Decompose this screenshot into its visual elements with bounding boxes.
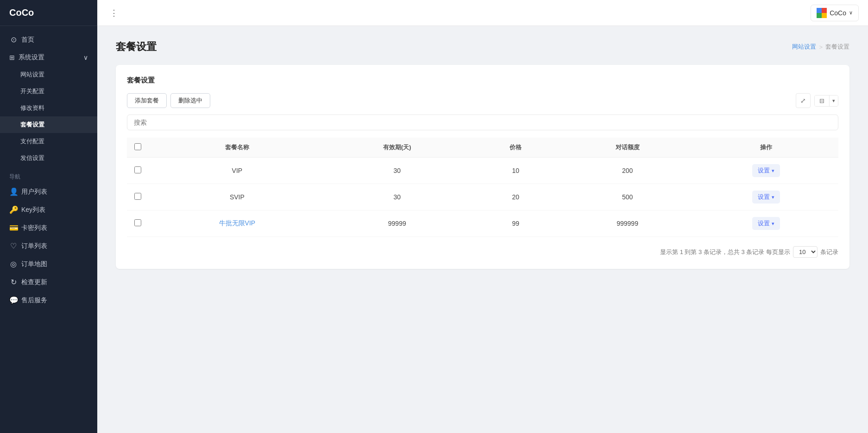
breadcrumb-parent[interactable]: 网站设置 (792, 43, 816, 51)
row-checkbox[interactable] (134, 193, 141, 200)
page-content: 套餐设置 网站设置 > 套餐设置 套餐设置 添加套餐 删除选中 ⤢ (97, 26, 868, 433)
per-page-select[interactable]: 10 20 50 (793, 246, 818, 258)
row-quota: 200 (561, 158, 693, 184)
settings-dropdown-icon: ▾ (772, 221, 774, 227)
home-icon: ⊙ (9, 35, 18, 44)
chevron-down-icon: ∨ (83, 54, 88, 61)
col-days: 有效期(天) (324, 138, 470, 158)
search-bar (127, 115, 838, 130)
settings-button[interactable]: 设置 ▾ (752, 191, 780, 204)
sidebar-item-order-map[interactable]: ◎ 订单地图 (0, 255, 97, 273)
settings-button[interactable]: 设置 ▾ (752, 217, 780, 230)
sidebar-item-profile[interactable]: 修改资料 (0, 100, 97, 116)
row-name-link[interactable]: 牛批无限VIP (219, 219, 256, 227)
system-label: 系统设置 (19, 53, 44, 62)
row-action: 设置 ▾ (693, 158, 838, 184)
expand-icon: ⤢ (800, 97, 806, 104)
cards-label: 卡密列表 (21, 224, 47, 232)
username-label: CoCo (830, 9, 846, 17)
row-checkbox[interactable] (134, 166, 141, 173)
breadcrumb-separator: > (819, 44, 823, 51)
orders-label: 订单列表 (21, 242, 47, 250)
select-all-checkbox[interactable] (134, 143, 141, 150)
row-checkbox-cell (127, 210, 150, 237)
breadcrumb: 网站设置 > 套餐设置 (792, 43, 849, 51)
pagination: 显示第 1 到第 3 条记录，总共 3 条记录 每页显示 10 20 50 条记… (127, 246, 838, 258)
row-action: 设置 ▾ (693, 210, 838, 237)
row-checkbox-cell (127, 158, 150, 184)
row-checkbox-cell (127, 184, 150, 210)
table-toolbar: 添加套餐 删除选中 ⤢ ⊟ ▾ (127, 93, 838, 108)
row-price: 20 (470, 184, 561, 210)
search-input[interactable] (127, 115, 838, 130)
check-update-label: 检查更新 (21, 278, 47, 287)
sidebar-item-orders[interactable]: ♡ 订单列表 (0, 237, 97, 255)
toolbar-left: 添加套餐 删除选中 (127, 93, 210, 108)
order-map-label: 订单地图 (21, 260, 47, 268)
sidebar-item-website[interactable]: 网站设置 (0, 66, 97, 83)
map-icon: ◎ (9, 260, 18, 268)
nav-section-label: 导航 (0, 166, 97, 183)
column-arrow-btn[interactable]: ▾ (829, 96, 838, 106)
columns-icon: ⊟ (819, 97, 824, 104)
row-action: 设置 ▾ (693, 184, 838, 210)
row-name: VIP (150, 158, 324, 184)
row-quota: 500 (561, 184, 693, 210)
dropdown-icon: ▾ (832, 98, 835, 103)
delete-selected-button[interactable]: 删除选中 (170, 93, 210, 108)
sidebar-item-users[interactable]: 👤 用户列表 (0, 183, 97, 201)
sidebar: CoCo ⊙ 首页 ⊞ 系统设置 ∨ 网站设置 开关配置 修改资料 套餐设置 支… (0, 0, 97, 433)
sidebar-item-check-update[interactable]: ↻ 检查更新 (0, 273, 97, 291)
card-icon: 💳 (9, 223, 18, 232)
user-menu-button[interactable]: CoCo ∨ (811, 5, 859, 21)
row-days: 99999 (324, 210, 470, 237)
settings-button[interactable]: 设置 ▾ (752, 164, 780, 177)
sidebar-item-email[interactable]: 发信设置 (0, 150, 97, 166)
breadcrumb-current: 套餐设置 (825, 43, 849, 51)
settings-dropdown-icon: ▾ (772, 194, 774, 200)
package-settings-card: 套餐设置 添加套餐 删除选中 ⤢ ⊟ ▾ (116, 65, 849, 269)
row-price: 99 (470, 210, 561, 237)
column-main-btn[interactable]: ⊟ (815, 96, 829, 106)
toolbar-right: ⤢ ⊟ ▾ (796, 93, 838, 108)
page-title: 套餐设置 (116, 40, 157, 54)
keys-label: Key列表 (21, 206, 45, 214)
topbar-right: CoCo ∨ (811, 5, 859, 21)
menu-dots-button[interactable]: ⋮ (107, 6, 121, 20)
sidebar-item-keys[interactable]: 🔑 Key列表 (0, 201, 97, 219)
row-days: 30 (324, 184, 470, 210)
sidebar-item-support[interactable]: 💬 售后服务 (0, 291, 97, 309)
chat-icon: 💬 (9, 296, 18, 305)
col-quota: 对话额度 (561, 138, 693, 158)
header-checkbox-cell (127, 138, 150, 158)
sidebar-logo: CoCo (0, 0, 97, 26)
row-quota: 999999 (561, 210, 693, 237)
row-days: 30 (324, 158, 470, 184)
sidebar-item-switch[interactable]: 开关配置 (0, 83, 97, 100)
table-header: 套餐名称 有效期(天) 价格 对话额度 操作 (127, 138, 838, 158)
system-icon: ⊞ (9, 54, 15, 61)
topbar-left: ⋮ (107, 6, 121, 20)
col-name: 套餐名称 (150, 138, 324, 158)
row-checkbox[interactable] (134, 219, 141, 226)
sidebar-home-label: 首页 (21, 36, 34, 44)
users-icon: 👤 (9, 187, 18, 196)
user-chevron-icon: ∨ (849, 10, 853, 16)
add-package-button[interactable]: 添加套餐 (127, 93, 167, 108)
sidebar-item-payment[interactable]: 支付配置 (0, 133, 97, 150)
row-name: 牛批无限VIP (150, 210, 324, 237)
sidebar-navigation: ⊙ 首页 ⊞ 系统设置 ∨ 网站设置 开关配置 修改资料 套餐设置 支付配置 发… (0, 26, 97, 433)
sidebar-item-system[interactable]: ⊞ 系统设置 ∨ (0, 49, 97, 66)
heart-icon: ♡ (9, 242, 18, 250)
package-table: 套餐名称 有效期(天) 价格 对话额度 操作 VIP3010200设置 ▾SVI… (127, 138, 838, 237)
sidebar-item-package[interactable]: 套餐设置 (0, 116, 97, 133)
users-label: 用户列表 (21, 188, 47, 196)
sidebar-item-cards[interactable]: 💳 卡密列表 (0, 219, 97, 237)
avatar (817, 8, 827, 18)
column-settings-button[interactable]: ⊟ ▾ (814, 95, 838, 107)
topbar: ⋮ CoCo ∨ (97, 0, 868, 26)
table-body: VIP3010200设置 ▾SVIP3020500设置 ▾牛批无限VIP9999… (127, 158, 838, 237)
system-header-left: ⊞ 系统设置 (9, 53, 44, 62)
expand-icon-button[interactable]: ⤢ (796, 93, 811, 108)
sidebar-item-home[interactable]: ⊙ 首页 (0, 31, 97, 49)
